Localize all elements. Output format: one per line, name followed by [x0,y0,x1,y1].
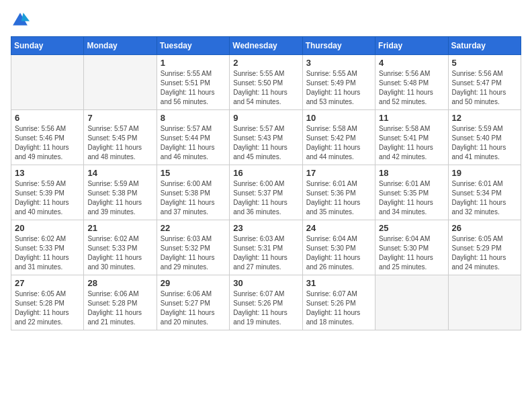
weekday-header: Thursday [302,37,375,55]
day-detail: Sunrise: 6:07 AMSunset: 5:26 PMDaylight:… [306,289,371,327]
day-detail: Sunrise: 6:01 AMSunset: 5:36 PMDaylight:… [306,179,371,217]
calendar-cell: 27Sunrise: 6:05 AMSunset: 5:28 PMDayligh… [11,275,84,330]
page-header [11,11,521,30]
calendar-cell: 18Sunrise: 6:01 AMSunset: 5:35 PMDayligh… [375,165,448,220]
day-detail: Sunrise: 6:07 AMSunset: 5:26 PMDaylight:… [233,289,298,327]
calendar-cell: 12Sunrise: 5:59 AMSunset: 5:40 PMDayligh… [448,110,521,165]
day-detail: Sunrise: 6:02 AMSunset: 5:33 PMDaylight:… [87,234,152,272]
day-detail: Sunrise: 6:01 AMSunset: 5:34 PMDaylight:… [452,179,517,217]
day-number: 15 [161,168,226,178]
calendar-cell: 16Sunrise: 6:00 AMSunset: 5:37 PMDayligh… [230,165,302,220]
calendar-cell: 24Sunrise: 6:04 AMSunset: 5:30 PMDayligh… [302,220,375,275]
calendar-cell: 5Sunrise: 5:56 AMSunset: 5:47 PMDaylight… [448,55,521,110]
calendar-cell: 1Sunrise: 5:55 AMSunset: 5:51 PMDaylight… [157,55,229,110]
calendar-cell: 3Sunrise: 5:55 AMSunset: 5:49 PMDaylight… [302,55,375,110]
day-detail: Sunrise: 6:01 AMSunset: 5:35 PMDaylight:… [379,179,444,217]
calendar-week-row: 20Sunrise: 6:02 AMSunset: 5:33 PMDayligh… [11,220,521,275]
calendar-cell: 31Sunrise: 6:07 AMSunset: 5:26 PMDayligh… [302,275,375,330]
calendar-week-row: 6Sunrise: 5:56 AMSunset: 5:46 PMDaylight… [11,110,521,165]
weekday-header: Wednesday [230,37,302,55]
calendar-cell: 8Sunrise: 5:57 AMSunset: 5:44 PMDaylight… [157,110,229,165]
day-detail: Sunrise: 5:55 AMSunset: 5:49 PMDaylight:… [306,69,371,107]
calendar-week-row: 13Sunrise: 5:59 AMSunset: 5:39 PMDayligh… [11,165,521,220]
calendar-cell: 10Sunrise: 5:58 AMSunset: 5:42 PMDayligh… [302,110,375,165]
calendar-cell: 17Sunrise: 6:01 AMSunset: 5:36 PMDayligh… [302,165,375,220]
day-detail: Sunrise: 5:56 AMSunset: 5:48 PMDaylight:… [379,69,444,107]
calendar-cell: 30Sunrise: 6:07 AMSunset: 5:26 PMDayligh… [230,275,302,330]
day-number: 3 [306,58,371,68]
weekday-header: Monday [84,37,157,55]
day-number: 25 [379,223,444,233]
day-number: 6 [15,113,80,123]
day-number: 12 [452,113,517,123]
day-number: 31 [306,278,371,288]
calendar-cell: 13Sunrise: 5:59 AMSunset: 5:39 PMDayligh… [11,165,84,220]
calendar-cell: 26Sunrise: 6:05 AMSunset: 5:29 PMDayligh… [448,220,521,275]
calendar-cell: 7Sunrise: 5:57 AMSunset: 5:45 PMDaylight… [84,110,157,165]
calendar-cell: 15Sunrise: 6:00 AMSunset: 5:38 PMDayligh… [157,165,229,220]
day-number: 5 [452,58,517,68]
day-number: 22 [161,223,226,233]
calendar-cell: 14Sunrise: 5:59 AMSunset: 5:38 PMDayligh… [84,165,157,220]
calendar-cell: 2Sunrise: 5:55 AMSunset: 5:50 PMDaylight… [230,55,302,110]
day-number: 24 [306,223,371,233]
calendar-cell: 11Sunrise: 5:58 AMSunset: 5:41 PMDayligh… [375,110,448,165]
day-number: 20 [15,223,80,233]
calendar-cell: 20Sunrise: 6:02 AMSunset: 5:33 PMDayligh… [11,220,84,275]
day-number: 14 [87,168,152,178]
day-number: 29 [161,278,226,288]
day-number: 21 [87,223,152,233]
day-detail: Sunrise: 5:57 AMSunset: 5:45 PMDaylight:… [87,124,152,162]
svg-marker-1 [21,13,30,21]
weekday-header-row: SundayMondayTuesdayWednesdayThursdayFrid… [11,37,521,55]
day-number: 16 [233,168,298,178]
day-number: 4 [379,58,444,68]
weekday-header: Friday [375,37,448,55]
calendar-week-row: 27Sunrise: 6:05 AMSunset: 5:28 PMDayligh… [11,275,521,330]
day-detail: Sunrise: 5:57 AMSunset: 5:44 PMDaylight:… [161,124,226,162]
day-number: 27 [15,278,80,288]
day-number: 10 [306,113,371,123]
day-detail: Sunrise: 6:03 AMSunset: 5:31 PMDaylight:… [233,234,298,272]
weekday-header: Tuesday [157,37,229,55]
calendar-cell: 9Sunrise: 5:57 AMSunset: 5:43 PMDaylight… [230,110,302,165]
day-detail: Sunrise: 6:05 AMSunset: 5:29 PMDaylight:… [452,234,517,272]
day-detail: Sunrise: 6:04 AMSunset: 5:30 PMDaylight:… [379,234,444,272]
calendar-cell [448,275,521,330]
day-detail: Sunrise: 6:02 AMSunset: 5:33 PMDaylight:… [15,234,80,272]
calendar-cell: 4Sunrise: 5:56 AMSunset: 5:48 PMDaylight… [375,55,448,110]
day-number: 7 [87,113,152,123]
calendar-week-row: 1Sunrise: 5:55 AMSunset: 5:51 PMDaylight… [11,55,521,110]
day-number: 28 [87,278,152,288]
day-number: 23 [233,223,298,233]
calendar-cell: 6Sunrise: 5:56 AMSunset: 5:46 PMDaylight… [11,110,84,165]
day-detail: Sunrise: 6:06 AMSunset: 5:27 PMDaylight:… [161,289,226,327]
calendar-table: SundayMondayTuesdayWednesdayThursdayFrid… [11,36,521,330]
day-detail: Sunrise: 5:59 AMSunset: 5:40 PMDaylight:… [452,124,517,162]
day-detail: Sunrise: 5:57 AMSunset: 5:43 PMDaylight:… [233,124,298,162]
day-number: 18 [379,168,444,178]
weekday-header: Saturday [448,37,521,55]
calendar-cell: 22Sunrise: 6:03 AMSunset: 5:32 PMDayligh… [157,220,229,275]
calendar-cell: 19Sunrise: 6:01 AMSunset: 5:34 PMDayligh… [448,165,521,220]
calendar-cell: 25Sunrise: 6:04 AMSunset: 5:30 PMDayligh… [375,220,448,275]
day-detail: Sunrise: 5:55 AMSunset: 5:51 PMDaylight:… [161,69,226,107]
day-detail: Sunrise: 5:59 AMSunset: 5:39 PMDaylight:… [15,179,80,217]
calendar-cell: 29Sunrise: 6:06 AMSunset: 5:27 PMDayligh… [157,275,229,330]
day-detail: Sunrise: 5:59 AMSunset: 5:38 PMDaylight:… [87,179,152,217]
day-detail: Sunrise: 5:55 AMSunset: 5:50 PMDaylight:… [233,69,298,107]
day-number: 8 [161,113,226,123]
logo [11,11,32,30]
day-number: 11 [379,113,444,123]
weekday-header: Sunday [11,37,84,55]
day-detail: Sunrise: 6:00 AMSunset: 5:38 PMDaylight:… [161,179,226,217]
day-detail: Sunrise: 6:05 AMSunset: 5:28 PMDaylight:… [15,289,80,327]
day-detail: Sunrise: 5:56 AMSunset: 5:47 PMDaylight:… [452,69,517,107]
day-detail: Sunrise: 5:58 AMSunset: 5:41 PMDaylight:… [379,124,444,162]
day-number: 19 [452,168,517,178]
day-number: 2 [233,58,298,68]
day-detail: Sunrise: 6:00 AMSunset: 5:37 PMDaylight:… [233,179,298,217]
calendar-cell: 28Sunrise: 6:06 AMSunset: 5:28 PMDayligh… [84,275,157,330]
day-number: 13 [15,168,80,178]
day-detail: Sunrise: 6:06 AMSunset: 5:28 PMDaylight:… [87,289,152,327]
